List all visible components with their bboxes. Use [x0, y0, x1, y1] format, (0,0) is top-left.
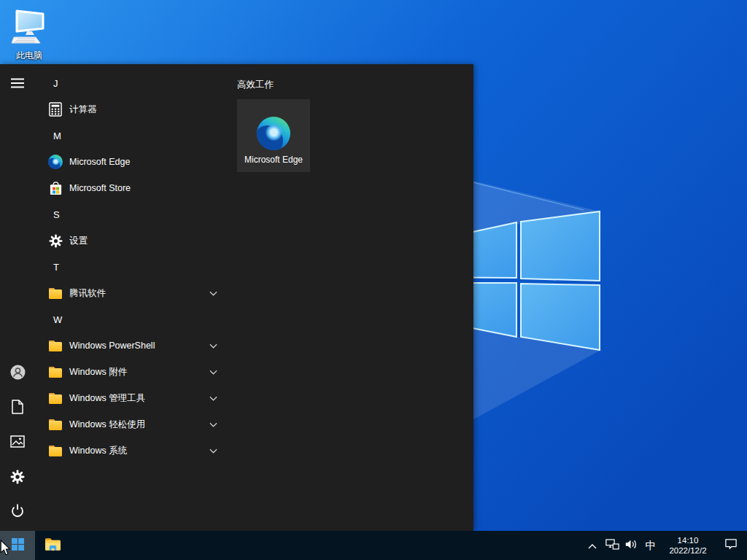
chevron-down-icon [209, 343, 217, 349]
app-list-letter-s[interactable]: S [35, 201, 226, 228]
folder-icon [48, 391, 63, 405]
desktop-icon-label: 此电脑 [6, 50, 53, 62]
store-icon [48, 181, 63, 195]
folder-icon [48, 286, 63, 300]
network-icon [605, 539, 619, 553]
desktop-icon-this-pc[interactable]: 此电脑 [6, 9, 53, 62]
app-list-folder-windows-accessories[interactable]: Windows 附件 [35, 359, 226, 385]
folder-icon [48, 417, 63, 432]
chevron-down-icon [209, 291, 217, 296]
expand-menu-button[interactable] [0, 69, 35, 101]
notification-icon [724, 538, 738, 553]
start-button[interactable] [0, 531, 35, 560]
app-list-folder-windows-ease-of-access[interactable]: Windows 轻松使用 [35, 411, 226, 438]
app-list-item-settings[interactable]: 设置 [35, 228, 226, 254]
action-center-button[interactable] [715, 531, 747, 560]
start-menu: J 计算器 M Microsoft Edge [0, 64, 473, 531]
folder-icon [44, 537, 61, 554]
pictures-icon [10, 435, 25, 451]
app-list-folder-tencent[interactable]: 腾讯软件 [35, 280, 226, 306]
user-button[interactable] [0, 357, 35, 389]
app-list-letter-w[interactable]: W [35, 306, 226, 332]
app-list-letter-m[interactable]: M [35, 122, 226, 149]
system-tray: 中 14:10 2022/12/2 [582, 531, 747, 560]
show-hidden-icons-button[interactable] [582, 531, 603, 560]
settings-button[interactable] [0, 462, 35, 494]
volume-icon [624, 539, 638, 553]
computer-icon [10, 35, 48, 47]
tray-time: 14:10 [669, 535, 706, 545]
file-explorer-button[interactable] [35, 531, 70, 560]
ime-indicator[interactable]: 中 [640, 531, 661, 560]
folder-icon [48, 338, 63, 353]
document-icon [12, 400, 23, 417]
calculator-icon [48, 102, 63, 117]
user-icon [10, 365, 26, 383]
documents-button[interactable] [0, 392, 35, 424]
start-menu-app-list: J 计算器 M Microsoft Edge [35, 64, 226, 531]
chevron-down-icon [209, 396, 217, 401]
app-list-folder-windows-powershell[interactable]: Windows PowerShell [35, 332, 226, 359]
power-icon [10, 503, 25, 521]
network-tray-button[interactable] [603, 531, 622, 560]
app-list-item-microsoft-store[interactable]: Microsoft Store [35, 175, 226, 201]
chevron-down-icon [209, 422, 217, 427]
edge-icon [48, 155, 63, 169]
app-list-item-calculator[interactable]: 计算器 [35, 96, 226, 122]
start-menu-tiles: 高效工作 Microsoft Edge [226, 64, 473, 531]
volume-tray-button[interactable] [622, 531, 640, 560]
gear-icon [48, 233, 63, 248]
tray-date: 2022/12/2 [669, 545, 706, 556]
windows-logo-icon [12, 538, 24, 553]
folder-icon [48, 443, 63, 458]
gear-icon [10, 470, 25, 487]
chevron-up-icon [588, 539, 597, 552]
tray-clock[interactable]: 14:10 2022/12/2 [661, 531, 715, 560]
pictures-button[interactable] [0, 427, 35, 459]
tile-microsoft-edge[interactable]: Microsoft Edge [237, 99, 310, 172]
folder-icon [48, 365, 63, 379]
app-list-folder-windows-system[interactable]: Windows 系统 [35, 438, 226, 464]
app-list-folder-windows-admin-tools[interactable]: Windows 管理工具 [35, 385, 226, 411]
chevron-down-icon [209, 448, 217, 454]
start-menu-rail [0, 64, 35, 531]
hamburger-icon [11, 78, 24, 91]
power-button[interactable] [0, 496, 35, 528]
app-list-letter-j[interactable]: J [35, 70, 226, 96]
taskbar: 中 14:10 2022/12/2 [0, 531, 747, 560]
chevron-down-icon [209, 370, 217, 375]
tile-group-title: 高效工作 [237, 79, 473, 90]
edge-icon [257, 117, 290, 150]
app-list-letter-t[interactable]: T [35, 254, 226, 280]
app-list-item-microsoft-edge[interactable]: Microsoft Edge [35, 149, 226, 175]
